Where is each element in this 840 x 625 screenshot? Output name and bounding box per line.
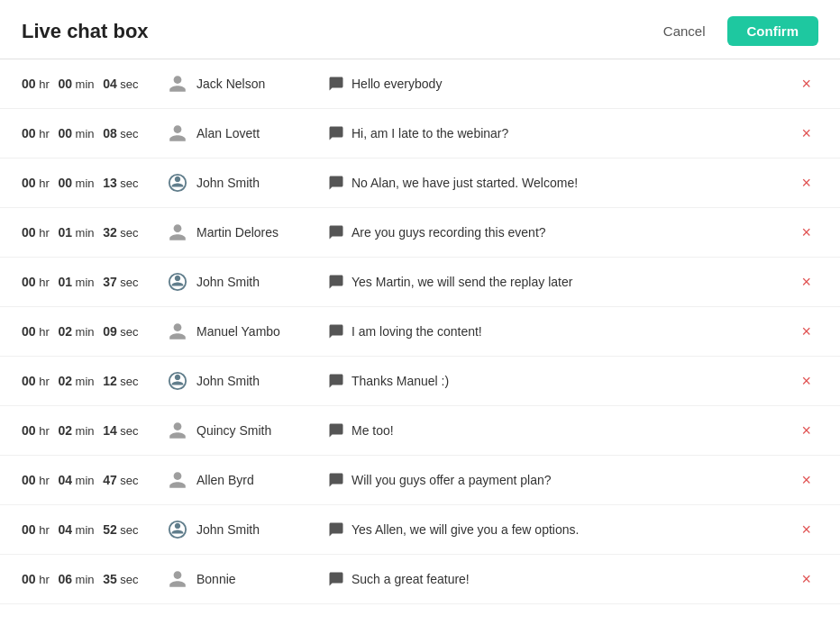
user-block: Alan Lovett (166, 122, 328, 145)
delete-button[interactable]: × (794, 369, 818, 393)
time-block: 00 hr 04 min 47 sec (22, 473, 166, 487)
message-icon (328, 224, 344, 240)
user-block: John Smith (166, 270, 328, 294)
message-icon (328, 125, 344, 141)
time-min: 06 (58, 572, 72, 586)
person-icon (166, 320, 189, 343)
time-block: 00 hr 02 min 09 sec (22, 324, 166, 339)
message-text: Such a great feature! (352, 572, 470, 586)
time-min-label: min (72, 375, 97, 388)
delete-button[interactable]: × (794, 171, 818, 195)
time-hr-label: hr (36, 127, 53, 140)
message-icon (328, 175, 344, 191)
user-block: John Smith (166, 369, 328, 393)
confirm-button[interactable]: Confirm (727, 16, 819, 46)
message-text: Hello everybody (352, 77, 442, 91)
page-title: Live chat box (22, 20, 149, 43)
time-hr: 00 (22, 572, 36, 586)
message-icon (328, 274, 344, 290)
time-min: 01 (58, 225, 72, 240)
time-block: 00 hr 02 min 12 sec (22, 374, 166, 388)
message-block: Thanks Manuel :) (328, 373, 787, 389)
time-hr-label: hr (36, 325, 53, 339)
user-block: Manuel Yambo (166, 320, 328, 343)
message-block: Me too! (328, 422, 787, 439)
time-block: 00 hr 06 min 35 sec (22, 572, 166, 586)
delete-button[interactable]: × (794, 320, 818, 343)
time-hr-label: hr (36, 424, 53, 438)
delete-button[interactable]: × (794, 567, 818, 591)
user-block: Allen Byrd (166, 468, 328, 492)
message-block: No Alan, we have just started. Welcome! (328, 175, 787, 191)
time-sec-label: sec (117, 177, 139, 190)
table-row: 00 hr 02 min 12 secJohn SmithThanks Manu… (0, 357, 840, 406)
message-icon (328, 76, 344, 92)
time-hr: 00 (22, 176, 36, 190)
time-min-label: min (72, 177, 97, 190)
time-min: 04 (58, 473, 72, 487)
person-icon (166, 567, 189, 591)
time-min-label: min (72, 325, 97, 339)
time-min: 00 (58, 126, 72, 140)
table-row: 00 hr 00 min 08 secAlan LovettHi, am I l… (0, 109, 840, 159)
message-block: Such a great feature! (328, 571, 787, 587)
delete-button[interactable]: × (794, 468, 818, 492)
table-row: 00 hr 01 min 32 secMartin DeloresAre you… (0, 208, 840, 258)
user-block: John Smith (166, 171, 328, 195)
time-sec: 13 (103, 176, 117, 190)
time-hr: 00 (22, 225, 36, 240)
time-sec: 37 (103, 275, 117, 289)
delete-button[interactable]: × (794, 270, 818, 294)
message-text: I am loving the content! (352, 324, 482, 339)
time-hr-label: hr (36, 523, 53, 537)
time-block: 00 hr 00 min 13 sec (22, 176, 166, 190)
message-text: Are you guys recording this event? (352, 225, 546, 240)
time-sec: 47 (103, 473, 117, 487)
page-header: Live chat box Cancel Confirm (0, 0, 840, 59)
time-hr-label: hr (36, 226, 53, 240)
time-sec-label: sec (117, 226, 139, 240)
time-sec-label: sec (117, 523, 139, 537)
time-min-label: min (72, 226, 97, 240)
time-block: 00 hr 00 min 04 sec (22, 77, 166, 91)
message-icon (328, 521, 344, 538)
time-min: 02 (58, 374, 72, 388)
table-row: 00 hr 06 min 35 secBonnieSuch a great fe… (0, 555, 840, 604)
time-hr: 00 (22, 275, 36, 289)
cancel-button[interactable]: Cancel (654, 18, 715, 44)
delete-button[interactable]: × (794, 72, 818, 95)
time-min: 00 (58, 176, 72, 190)
time-block: 00 hr 01 min 32 sec (22, 225, 166, 240)
message-block: Will you guys offer a payment plan? (328, 472, 787, 488)
delete-button[interactable]: × (794, 122, 818, 145)
message-icon (328, 323, 344, 340)
time-min-label: min (72, 276, 97, 289)
user-name: Quincy Smith (196, 423, 271, 438)
user-name: Alan Lovett (196, 126, 260, 140)
user-name: John Smith (196, 522, 260, 537)
time-sec-label: sec (117, 573, 139, 586)
delete-button[interactable]: × (794, 419, 818, 442)
time-hr-label: hr (36, 77, 53, 91)
person-icon (166, 419, 189, 442)
message-text: Yes Allen, we will give you a few option… (352, 522, 579, 537)
time-sec: 35 (103, 572, 117, 586)
message-block: Yes Martin, we will send the replay late… (328, 274, 787, 290)
time-min-label: min (72, 573, 97, 586)
delete-button[interactable]: × (794, 518, 818, 541)
time-sec: 14 (103, 423, 117, 438)
time-hr: 00 (22, 423, 36, 438)
delete-button[interactable]: × (794, 221, 818, 244)
person-icon (166, 468, 189, 492)
message-block: Hi, am I late to the webinar? (328, 125, 787, 141)
time-sec-label: sec (117, 325, 139, 339)
message-text: Yes Martin, we will send the replay late… (352, 275, 572, 289)
user-name: John Smith (196, 374, 260, 388)
time-hr: 00 (22, 522, 36, 537)
time-min-label: min (72, 127, 97, 140)
time-min: 02 (58, 423, 72, 438)
person-icon (166, 72, 189, 95)
user-name: John Smith (196, 275, 260, 289)
user-name: John Smith (196, 176, 260, 190)
time-min: 01 (58, 275, 72, 289)
